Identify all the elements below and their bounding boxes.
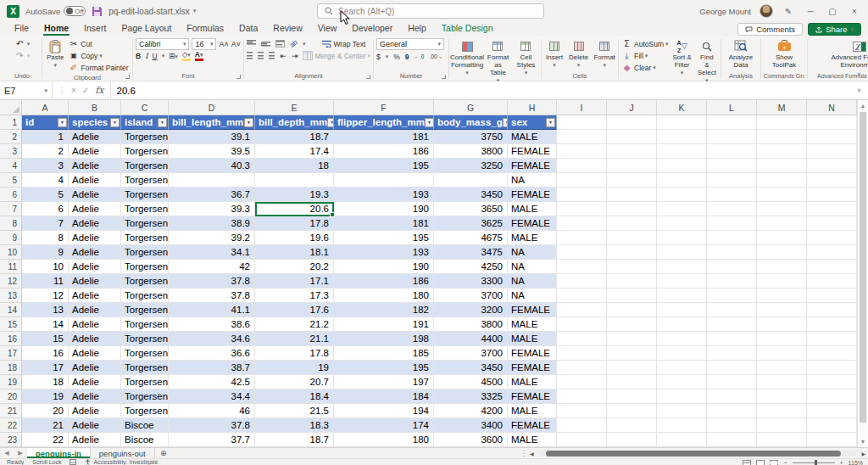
cell[interactable]: Biscoe [121, 418, 169, 433]
new-sheet-button[interactable]: ⊕ [155, 448, 172, 458]
font-dialog-launcher[interactable] [236, 75, 241, 79]
alignment-dialog-launcher[interactable] [366, 75, 370, 79]
cell[interactable] [807, 274, 857, 289]
bold-button[interactable]: B [136, 52, 141, 60]
cell[interactable] [707, 245, 757, 260]
cell[interactable]: 3300 [434, 274, 508, 289]
cell[interactable] [557, 216, 607, 231]
cell-styles-button[interactable]: Cell Styles▾ [514, 38, 538, 85]
cell[interactable] [707, 361, 757, 375]
vertical-scrollbar[interactable]: ▲ ▼ [857, 100, 868, 447]
scrollbar-split-handle[interactable]: ⋮ [520, 448, 527, 458]
cell[interactable]: Torgersen [121, 346, 169, 361]
cell[interactable]: 3450 [434, 188, 508, 202]
cell[interactable]: NA [508, 173, 557, 188]
cell[interactable]: Adelie [69, 389, 121, 404]
cell[interactable]: 37.8 [169, 418, 255, 433]
cell[interactable]: 39.2 [169, 231, 255, 245]
column-header-A[interactable]: A [22, 100, 69, 115]
cell[interactable]: 4400 [434, 332, 508, 346]
column-header-F[interactable]: F [334, 100, 434, 115]
fill-color-button[interactable]: ◇▾ [182, 51, 191, 61]
cell[interactable] [657, 115, 707, 130]
row-header-3[interactable]: 3 [0, 144, 22, 159]
cell[interactable]: 17.4 [255, 144, 334, 159]
cell[interactable]: 17.6 [255, 303, 334, 317]
row-header-12[interactable]: 12 [0, 274, 22, 289]
pencil-icon[interactable]: ✎ [782, 7, 795, 16]
cell[interactable] [607, 274, 657, 289]
cell[interactable]: FEMALE [508, 418, 557, 433]
table-header-cell[interactable]: flipper_length_mm▼ [334, 115, 434, 130]
comma-button[interactable]: 9 [405, 53, 409, 61]
cell[interactable] [557, 202, 607, 216]
cell[interactable] [607, 188, 657, 202]
cell[interactable]: Torgersen [121, 130, 169, 144]
cell[interactable] [657, 173, 707, 188]
sheet-tab-penguins-out[interactable]: penguins-out [91, 448, 155, 458]
cell[interactable]: 19.3 [255, 188, 334, 202]
cell[interactable]: 38.7 [169, 361, 255, 375]
scroll-right-icon[interactable]: ▶ [861, 448, 865, 458]
font-color-button[interactable]: A▾ [195, 51, 203, 61]
row-header-5[interactable]: 5 [0, 173, 22, 188]
bottom-align-button[interactable] [275, 40, 285, 48]
page-layout-view-button[interactable] [756, 460, 765, 465]
cell[interactable]: 36.6 [169, 346, 255, 361]
borders-button[interactable]: ⊞▾ [169, 52, 178, 60]
avatar[interactable] [760, 4, 773, 18]
zoom-slider[interactable] [793, 462, 835, 463]
cell[interactable] [557, 274, 607, 289]
cell[interactable]: 17.8 [255, 216, 334, 231]
number-dialog-launcher[interactable] [442, 75, 446, 79]
cell[interactable]: Adelie [69, 375, 121, 389]
cell[interactable]: Torgersen [121, 202, 169, 216]
align-center-button[interactable] [258, 52, 264, 59]
cell[interactable] [707, 289, 757, 303]
cell[interactable] [707, 418, 757, 433]
cell[interactable]: 38.9 [169, 216, 255, 231]
merge-center-button[interactable]: Merge & Center▾ [303, 50, 370, 61]
cell[interactable] [757, 361, 807, 375]
cell[interactable]: Adelie [69, 202, 121, 216]
cell[interactable]: MALE [508, 433, 557, 447]
cell[interactable]: Adelie [69, 231, 121, 245]
normal-view-button[interactable] [743, 460, 751, 465]
cell[interactable] [607, 375, 657, 389]
cell[interactable] [557, 245, 607, 260]
scroll-up-icon[interactable]: ▲ [858, 100, 868, 111]
cell[interactable]: 18 [255, 159, 334, 173]
cell[interactable] [807, 375, 857, 389]
filter-button[interactable]: ▼ [110, 118, 120, 127]
cell[interactable]: 34.6 [169, 332, 255, 346]
tab-insert[interactable]: Insert [76, 22, 114, 36]
cut-button[interactable]: ✂Cut [68, 38, 128, 49]
row-header-7[interactable]: 7 [0, 202, 22, 216]
cell[interactable]: 3 [22, 159, 69, 173]
currency-button[interactable]: $ [376, 53, 381, 61]
cell[interactable]: 194 [334, 404, 434, 418]
orientation-button[interactable]: ab [288, 38, 299, 49]
cell[interactable] [757, 130, 807, 144]
cell[interactable] [657, 289, 707, 303]
comments-button[interactable]: Comments [737, 23, 803, 36]
cell[interactable]: 186 [334, 144, 434, 159]
cell[interactable] [807, 159, 857, 173]
cell[interactable]: NA [508, 260, 557, 274]
filter-button[interactable]: ▼ [158, 118, 167, 127]
cell[interactable]: Torgersen [121, 216, 169, 231]
cell[interactable]: 42 [169, 260, 255, 274]
cell[interactable]: 14 [22, 317, 69, 332]
copy-button[interactable]: ▣Copy▾ [68, 50, 128, 61]
cell[interactable]: FEMALE [508, 159, 557, 173]
zoom-level[interactable]: 115% [849, 460, 863, 465]
row-header-17[interactable]: 17 [0, 346, 22, 361]
cell[interactable] [657, 361, 707, 375]
cell[interactable]: 37.8 [169, 289, 255, 303]
sheet-nav-right-icon[interactable]: ▶ [14, 448, 27, 458]
cell[interactable]: 193 [334, 245, 434, 260]
analyze-data-button[interactable]: Analyze Data [724, 38, 758, 71]
cell[interactable] [657, 346, 707, 361]
delete-cells-button[interactable]: Delete▾ [567, 38, 590, 71]
cell[interactable]: 3800 [434, 317, 508, 332]
